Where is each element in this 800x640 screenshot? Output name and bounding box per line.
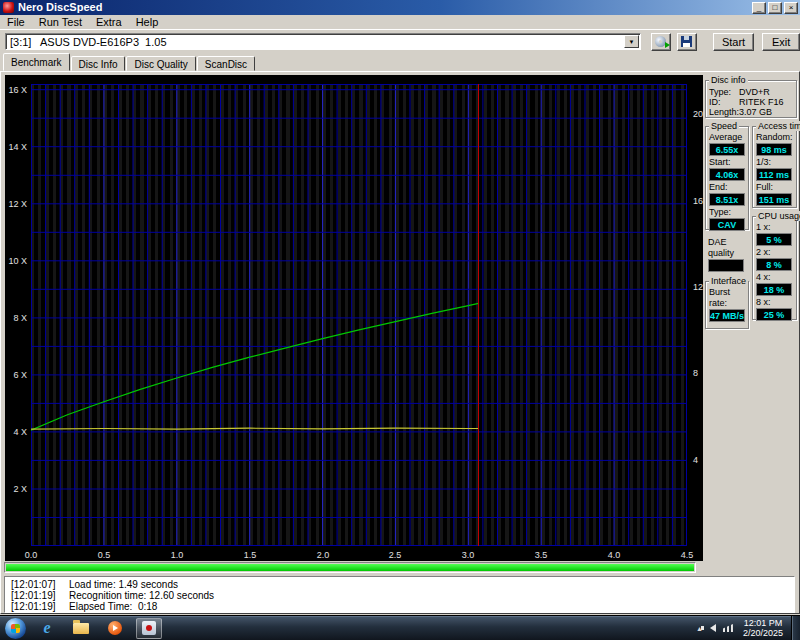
y-axis-left-tick: 14 X <box>8 142 27 152</box>
menu-run-test[interactable]: Run Test <box>32 15 89 29</box>
burst-rate-entry: Burst rate: 47 MB/s <box>706 287 748 322</box>
speed-type-label: Type: <box>706 207 748 218</box>
start-button-orb[interactable] <box>5 618 26 639</box>
menu-extra[interactable]: Extra <box>89 15 129 29</box>
cpu-4x-label: 4 x: <box>753 272 796 283</box>
log-line: [12:01:19] Recognition time: 12.60 secon… <box>5 590 794 601</box>
device-selector[interactable]: [3:1] ASUS DVD-E616P3 1.05 ▼ <box>5 33 641 50</box>
speed-type-entry: Type: CAV <box>706 207 748 231</box>
access-third-entry: 1/3: 112 ms <box>753 157 796 181</box>
log-message: Load time: 1.49 seconds <box>57 579 178 590</box>
log-line: [12:01:07] Load time: 1.49 seconds <box>5 579 794 590</box>
exit-button[interactable]: Exit <box>762 33 800 51</box>
tab-disc-info[interactable]: Disc Info <box>71 56 126 71</box>
x-axis-tick: 2.0 <box>317 550 330 560</box>
disc-id-label: ID: <box>706 97 739 107</box>
tab-scandisc[interactable]: ScanDisc <box>197 56 255 71</box>
device-selector-value: [3:1] ASUS DVD-E616P3 1.05 <box>6 36 624 48</box>
close-button[interactable]: × <box>784 2 798 14</box>
y-axis-left-tick: 8 X <box>13 313 27 323</box>
dropdown-arrow-icon[interactable]: ▼ <box>624 35 639 48</box>
disc-info-title: Disc info <box>709 75 748 85</box>
access-times-group: Access times Random: 98 ms 1/3: 112 ms F… <box>752 126 797 208</box>
x-axis-tick: 0.0 <box>25 550 38 560</box>
cpu-1x-label: 1 x: <box>753 222 796 233</box>
burst-rate-value: 47 MB/s <box>709 309 745 322</box>
speed-start-value: 4.06x <box>709 168 745 181</box>
internet-explorer-icon: e <box>43 620 50 636</box>
y-axis-left-tick: 10 X <box>8 256 27 266</box>
show-desktop-button[interactable] <box>791 616 800 640</box>
cpu-4x-value: 18 % <box>756 283 792 296</box>
tab-benchmark[interactable]: Benchmark <box>3 53 70 71</box>
taskbar-media-button[interactable] <box>102 618 128 639</box>
log-line: [12:01:19] Elapsed Time: 0:18 <box>5 601 794 612</box>
access-random-label: Random: <box>753 132 796 143</box>
floppy-disk-icon <box>681 36 692 47</box>
disc-type-value: DVD+R <box>739 87 770 97</box>
disc-info-group: Disc info Type: DVD+R ID: RITEK F16 Leng… <box>705 80 797 118</box>
log-message: Elapsed Time: 0:18 <box>57 601 157 612</box>
start-button[interactable]: Start <box>713 33 755 51</box>
x-axis-tick: 1.5 <box>244 550 257 560</box>
cpu-2x-label: 2 x: <box>753 247 796 258</box>
disc-type-row: Type: DVD+R <box>706 87 796 97</box>
taskbar-explorer-button[interactable] <box>68 618 94 639</box>
speed-end-value: 8.51x <box>709 193 745 206</box>
x-axis-labels: 0.00.51.01.52.02.53.03.54.04.5 <box>31 550 687 561</box>
x-axis-tick: 1.0 <box>171 550 184 560</box>
log-message: Recognition time: 12.60 seconds <box>57 590 214 601</box>
save-button[interactable] <box>677 33 697 51</box>
access-full-entry: Full: 151 ms <box>753 182 796 206</box>
taskbar-clock[interactable]: 12:01 PM 2/20/2025 <box>743 618 783 638</box>
y-axis-left-tick: 16 X <box>8 85 27 95</box>
y-axis-right-tick: 4 <box>693 455 698 465</box>
speed-end-entry: End: 8.51x <box>706 182 748 206</box>
title-bar[interactable]: Nero DiscSpeed _ □ × <box>0 0 800 15</box>
chart-canvas <box>31 84 687 546</box>
y-axis-left-labels: 16 X14 X12 X10 X8 X6 X4 X2 X <box>5 84 29 546</box>
x-axis-tick: 0.5 <box>98 550 111 560</box>
volume-icon[interactable] <box>710 624 716 632</box>
eject-disc-button[interactable] <box>651 33 671 51</box>
disc-length-row: Length: 3.07 GB <box>706 107 796 117</box>
disc-id-value: RITEK F16 <box>739 97 784 107</box>
media-player-icon <box>108 621 122 635</box>
access-third-label: 1/3: <box>753 157 796 168</box>
burst-rate-label: Burst rate: <box>706 287 748 309</box>
y-axis-right-tick: 16 <box>693 196 703 206</box>
x-axis-tick: 3.5 <box>535 550 548 560</box>
speed-end-label: End: <box>706 182 748 193</box>
access-times-title: Access times <box>756 121 800 131</box>
cpu-8x-entry: 8 x: 25 % <box>753 297 796 321</box>
network-icon[interactable] <box>723 624 733 632</box>
y-axis-left-tick: 6 X <box>13 370 27 380</box>
cpu-4x-entry: 4 x: 18 % <box>753 272 796 296</box>
access-random-entry: Random: 98 ms <box>753 132 796 156</box>
access-random-value: 98 ms <box>756 143 792 156</box>
maximize-button[interactable]: □ <box>768 2 782 14</box>
x-axis-tick: 3.0 <box>462 550 475 560</box>
y-axis-left-tick: 2 X <box>13 484 27 494</box>
nero-discspeed-window: Nero DiscSpeed _ □ × File Run Test Extra… <box>0 0 800 615</box>
cpu-8x-label: 8 x: <box>753 297 796 308</box>
system-tray: ▲ 12:01 PM 2/20/2025 <box>696 616 800 640</box>
toolbar: [3:1] ASUS DVD-E616P3 1.05 ▼ Start Exit <box>0 29 800 53</box>
menu-file[interactable]: File <box>0 15 32 29</box>
window-title: Nero DiscSpeed <box>18 0 750 15</box>
clock-date: 2/20/2025 <box>743 628 783 638</box>
folder-icon <box>73 623 89 634</box>
x-axis-tick: 4.5 <box>681 550 694 560</box>
speed-average-value: 6.55x <box>709 143 745 156</box>
y-axis-right-labels: 20161284 <box>691 84 703 546</box>
minimize-button[interactable]: _ <box>752 2 766 14</box>
tab-bar: Benchmark Disc Info Disc Quality ScanDis… <box>3 53 800 71</box>
disc-length-label: Length: <box>706 107 739 117</box>
taskbar-ie-button[interactable]: e <box>34 618 60 639</box>
tab-disc-quality[interactable]: Disc Quality <box>126 56 195 71</box>
disc-length-value: 3.07 GB <box>739 107 772 117</box>
y-axis-right-tick: 20 <box>693 109 703 119</box>
taskbar-nero-button[interactable] <box>136 618 162 639</box>
menu-help[interactable]: Help <box>129 15 166 29</box>
log-panel: [12:01:07] Load time: 1.49 seconds [12:0… <box>4 576 795 613</box>
